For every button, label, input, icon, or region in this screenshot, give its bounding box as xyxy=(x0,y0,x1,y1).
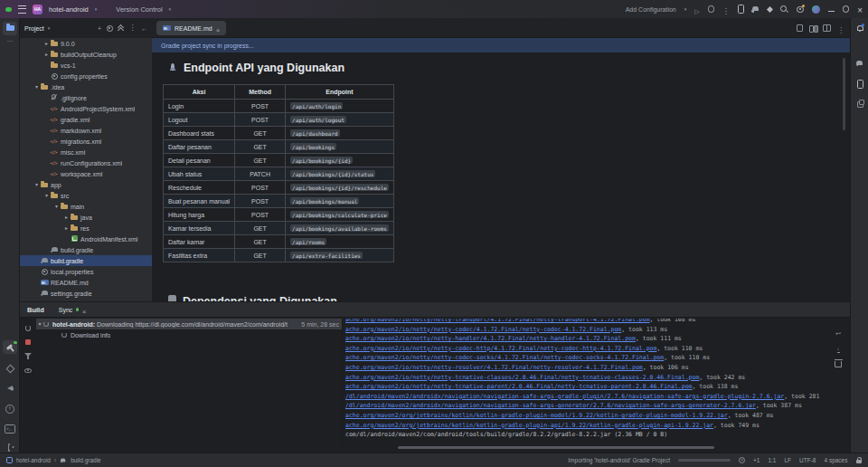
run-icon[interactable] xyxy=(694,1,699,17)
tree-item-res[interactable]: res xyxy=(20,223,152,234)
file-encoding[interactable]: UTF-8 xyxy=(799,457,816,463)
cancel-progress-icon[interactable] xyxy=(739,457,745,463)
breadcrumb-project[interactable]: hotel-android xyxy=(16,457,51,463)
tree-item-app[interactable]: app xyxy=(20,179,152,190)
notifications-button[interactable] xyxy=(851,24,868,32)
add-icon[interactable] xyxy=(98,25,101,32)
indent-setting[interactable]: 4 spaces xyxy=(824,457,847,463)
main-menu-icon[interactable] xyxy=(18,5,26,14)
tree-item-markdown-xml[interactable]: markdown.xml xyxy=(20,125,152,136)
tree-item-vcs-1[interactable]: vcs-1 xyxy=(20,60,152,71)
editor-options-icon[interactable] xyxy=(837,20,844,36)
console-link[interactable]: ache.org/maven2/io/netty/netty-codec/4.1… xyxy=(345,326,621,333)
clear-console-icon[interactable] xyxy=(835,361,842,367)
filter-icon[interactable] xyxy=(24,353,32,360)
tree-item-build-gradle[interactable]: build.gradle xyxy=(20,244,152,255)
gradle-tool-button[interactable] xyxy=(851,60,868,66)
caret-position[interactable]: 1:1 xyxy=(768,457,776,463)
project-panel-title[interactable]: Project xyxy=(24,25,44,32)
tab-sync[interactable]: Sync xyxy=(59,301,87,318)
chevron-right-icon[interactable] xyxy=(62,225,71,231)
tree-item-migrations-xml[interactable]: migrations.xml xyxy=(20,136,152,147)
scroll-to-end-icon[interactable] xyxy=(837,346,840,353)
layout-widget-icon[interactable] xyxy=(797,24,804,32)
tree-item-config-properties[interactable]: config.properties xyxy=(20,71,152,81)
tree-item-buildoutputcleanup[interactable]: buildOutputCleanup xyxy=(20,49,152,60)
console-link[interactable]: ache.org/maven2/io/netty/netty-tcnative-… xyxy=(345,374,699,381)
locate-file-icon[interactable] xyxy=(107,25,113,32)
console-link[interactable]: ache.org/maven2/io/netty/netty-codec-htt… xyxy=(345,345,656,352)
editor-scrollbar[interactable] xyxy=(843,58,845,130)
ai-assistant-icon[interactable] xyxy=(767,5,773,12)
split-editor-icon[interactable] xyxy=(809,25,816,31)
console-link[interactable]: ache.org/maven2/io/netty/netty-transport… xyxy=(345,319,650,323)
chevron-down-icon[interactable] xyxy=(33,84,41,90)
tree-item-build-gradle[interactable]: build.gradle xyxy=(20,255,152,266)
console-link[interactable]: ache.org/maven2/org/jetbrains/kotlin/kot… xyxy=(345,412,728,419)
line-ending[interactable]: LF xyxy=(784,457,791,463)
build-tool-button[interactable] xyxy=(3,340,17,354)
maximize-icon[interactable] xyxy=(843,5,850,13)
settings-icon[interactable] xyxy=(797,5,804,13)
tree-item--gitignore[interactable]: .gitignore xyxy=(20,92,152,103)
tree-item-9-0-0[interactable]: 9.0.0 xyxy=(20,38,152,49)
console-link[interactable]: /dl/android/maven2/androidx/navigation/n… xyxy=(345,393,784,400)
chevron-down-icon[interactable] xyxy=(33,182,41,187)
app-insights-tool-button[interactable] xyxy=(0,366,20,372)
stop-button[interactable] xyxy=(25,339,31,345)
close-tab-icon[interactable] xyxy=(216,20,221,36)
tree-item-runconfigurations-xml[interactable]: runConfigurations.xml xyxy=(20,157,152,168)
vcs-widget[interactable]: Version Control xyxy=(116,5,162,14)
profile-avatar[interactable] xyxy=(812,5,820,14)
device-manager-icon[interactable] xyxy=(738,5,744,14)
gradle-sync-icon[interactable] xyxy=(752,6,760,13)
hide-panel-icon[interactable] xyxy=(141,25,147,32)
chevron-down-icon[interactable] xyxy=(36,321,43,327)
problems-tool-button[interactable] xyxy=(0,405,20,414)
debug-icon[interactable] xyxy=(708,5,714,14)
tree-item-readme-md[interactable]: README.md xyxy=(20,277,152,288)
lock-icon[interactable] xyxy=(856,457,863,464)
tree-item-misc-xml[interactable]: misc.xml xyxy=(20,147,152,157)
running-devices-tool-button[interactable] xyxy=(851,80,868,89)
version-control-tool-button[interactable] xyxy=(0,443,20,452)
build-console[interactable]: ache.org/maven2/io/netty/netty-transport… xyxy=(342,319,846,445)
layout-grid-icon[interactable] xyxy=(823,24,831,32)
project-avatar[interactable]: HA xyxy=(33,5,42,14)
resource-manager-tool-button[interactable] xyxy=(851,100,868,106)
close-sync-tab-icon[interactable] xyxy=(82,301,87,318)
tree-item-src[interactable]: src xyxy=(20,190,152,201)
collapse-all-icon[interactable] xyxy=(118,25,124,32)
project-name[interactable]: hotel-android xyxy=(49,5,89,14)
tree-item-java[interactable]: java xyxy=(20,212,152,223)
search-icon[interactable] xyxy=(780,5,788,14)
console-link[interactable]: ache.org/maven2/io/netty/netty-tcnative-… xyxy=(345,383,693,390)
console-link[interactable]: ache.org/maven2/org/jetbrains/kotlin/kot… xyxy=(345,422,713,429)
tab-readme[interactable]: README.md xyxy=(156,21,226,35)
console-link[interactable]: ache.org/maven2/io/netty/netty-resolver/… xyxy=(345,364,643,371)
project-tool-button[interactable] xyxy=(3,22,17,35)
run-configuration-select[interactable]: Add Configuration xyxy=(626,6,676,13)
tree-item-settings-gradle[interactable]: settings.gradle xyxy=(20,288,152,299)
tree-item-gradle-xml[interactable]: gradle.xml xyxy=(20,114,152,125)
chevron-down-icon[interactable] xyxy=(42,193,51,198)
chevron-right-icon[interactable] xyxy=(42,41,51,46)
console-link[interactable]: /dl/android/maven2/androidx/navigation/n… xyxy=(345,402,756,409)
tree-item--idea[interactable]: .idea xyxy=(20,81,152,92)
minimize-icon[interactable] xyxy=(828,10,835,12)
panel-options-icon[interactable] xyxy=(129,24,137,32)
tree-item-androidprojectsystem-xml[interactable]: AndroidProjectSystem.xml xyxy=(20,103,152,114)
console-horizontal-scrollbar[interactable] xyxy=(398,446,714,449)
tree-item-local-properties[interactable]: local.properties xyxy=(20,266,152,277)
terminal-tool-button[interactable] xyxy=(0,424,20,434)
console-link[interactable]: ache.org/maven2/io/netty/netty-handler/4… xyxy=(345,335,636,342)
build-root-node[interactable]: hotel-android: Downloading https://dl.go… xyxy=(36,319,342,329)
more-tool-windows-icon[interactable]: ⋯ xyxy=(0,38,20,45)
chevron-right-icon[interactable] xyxy=(42,52,51,57)
close-icon[interactable] xyxy=(857,1,863,17)
progress-overflow-count[interactable]: +1 xyxy=(753,457,760,463)
build-child-node[interactable]: Download info xyxy=(36,329,342,340)
tree-item-workspace-xml[interactable]: workspace.xml xyxy=(20,168,152,179)
soft-wrap-icon[interactable] xyxy=(835,323,841,339)
logcat-tool-button[interactable] xyxy=(0,386,20,391)
